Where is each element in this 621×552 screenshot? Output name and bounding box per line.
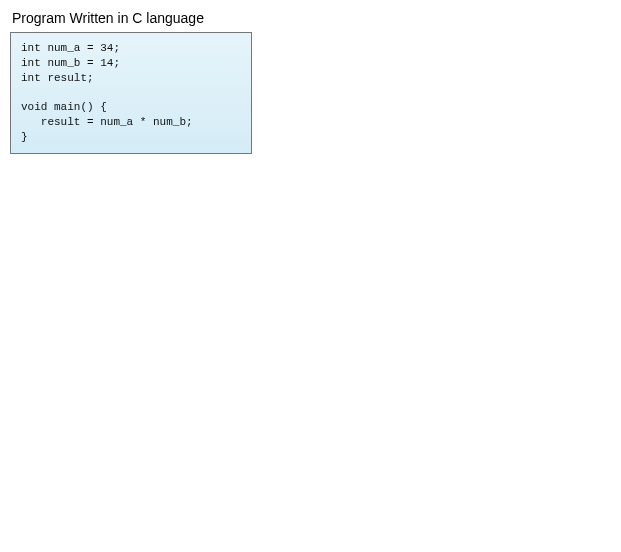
c-code-box: int num_a = 34; int num_b = 14; int resu… xyxy=(10,32,252,154)
c-title: Program Written in C language xyxy=(12,10,611,26)
